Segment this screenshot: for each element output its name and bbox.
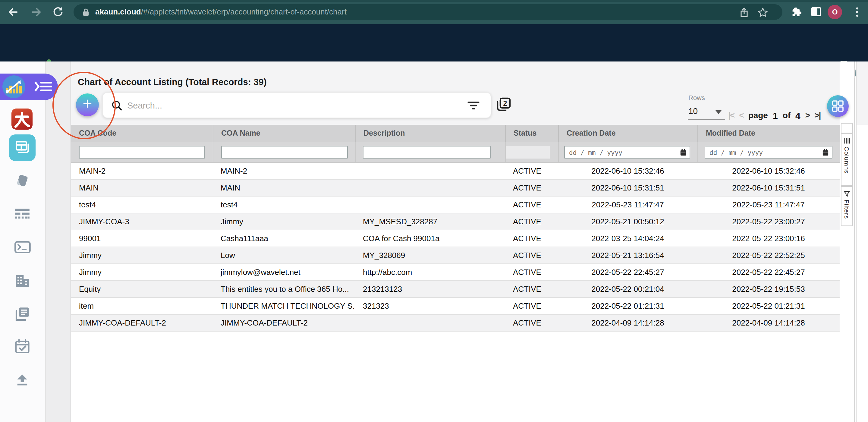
lock-icon (83, 8, 89, 16)
cell-coa-name: test4 (213, 197, 355, 213)
duplicate-view-icon[interactable]: 2 (495, 97, 511, 113)
cell-coa-code: 99001 (71, 230, 213, 247)
sidebar-item-upload[interactable] (14, 372, 30, 388)
filters-tab-label: Filters (843, 200, 850, 219)
sidebar-item-documents[interactable] (14, 306, 30, 322)
total-pages-number: 4 (795, 110, 801, 120)
app-header: akaun (0, 24, 868, 61)
cell-modified-date: 2022-06-10 15:32:46 (698, 163, 840, 179)
url-text: akaun.cloud/#/applets/tnt/wavelet/erp/ac… (95, 4, 347, 20)
coa-name-filter-input[interactable] (221, 146, 348, 158)
cell-description: MY_328069 (355, 247, 505, 264)
sidebar-item-terminal[interactable] (14, 239, 31, 255)
column-header-status[interactable]: Status (505, 125, 558, 142)
cell-coa-name: MAIN (213, 180, 355, 196)
filter-list-icon[interactable] (467, 100, 480, 110)
bookmark-star-icon[interactable] (758, 7, 768, 18)
status-filter-select[interactable] (506, 146, 550, 158)
sidebar-item-organization[interactable] (14, 273, 30, 289)
table-row[interactable]: 99001 Casha111aaa COA for Cash 99001a AC… (71, 230, 840, 247)
last-page-button[interactable]: >| (814, 110, 820, 120)
reload-icon[interactable] (52, 6, 64, 18)
column-header-creation-date[interactable]: Creation Date (558, 125, 698, 142)
cell-coa-code: MAIN (71, 180, 213, 196)
table-row[interactable]: Jimmy Low MY_328069 ACTIVE 2022-05-21 13… (71, 247, 840, 264)
share-icon[interactable] (740, 7, 749, 18)
table-row[interactable]: Equity This entitles you to a Office 365… (71, 281, 840, 298)
table-row[interactable]: MAIN-2 MAIN-2 ACTIVE 2022-06-10 15:32:46… (71, 163, 840, 180)
sidebar-item-listing-applet[interactable] (9, 134, 36, 161)
collapse-menu-icon (34, 80, 53, 93)
sidebar-item-dai-applet[interactable] (11, 109, 33, 130)
cell-coa-name: MAIN-2 (213, 163, 355, 179)
chart-applet-icon (2, 76, 25, 98)
cell-modified-date: 2022-06-10 15:31:51 (698, 180, 840, 196)
browser-menu-kebab-icon[interactable] (851, 6, 863, 18)
table-row[interactable]: MAIN MAIN ACTIVE 2022-06-10 15:31:51 202… (71, 180, 840, 197)
cell-description (355, 197, 505, 213)
screen: akaun.cloud/#/applets/tnt/wavelet/erp/ac… (0, 0, 868, 422)
cell-coa-name: Casha111aaa (213, 230, 355, 247)
table-body: MAIN-2 MAIN-2 ACTIVE 2022-06-10 15:32:46… (71, 163, 840, 332)
cell-modified-date: 2022-05-22 19:15:53 (698, 281, 840, 297)
cell-description: 213213123 (355, 281, 505, 297)
search-input[interactable] (127, 100, 467, 110)
cell-description (355, 180, 505, 196)
column-header-modified-date[interactable]: Modified Date (698, 125, 840, 142)
address-bar[interactable]: akaun.cloud/#/applets/tnt/wavelet/erp/ac… (73, 4, 782, 20)
table-filter-row: dd / mm / yyyy dd / mm / yyyy (71, 142, 840, 163)
search-bar (102, 92, 491, 118)
sidebar-item-styles[interactable] (14, 173, 30, 189)
prev-page-button[interactable]: < (739, 110, 743, 120)
cell-modified-date: 2022-04-09 14:14:28 (698, 315, 840, 331)
cell-creation-date: 2022-06-10 15:31:51 (558, 180, 698, 196)
extensions-puzzle-icon[interactable] (792, 6, 803, 18)
column-header-description[interactable]: Description (355, 125, 505, 142)
column-header-coa-name[interactable]: COA Name (213, 125, 355, 142)
cell-coa-name: Jimmy (213, 213, 355, 230)
applet-drawer-toggle[interactable] (0, 73, 58, 100)
forward-icon[interactable] (30, 6, 42, 18)
cell-coa-name: This entitles you to a Office 365 Ho... (213, 281, 355, 297)
cell-status: ACTIVE (505, 264, 558, 280)
first-page-button[interactable]: |< (728, 110, 734, 120)
cell-status: ACTIVE (505, 315, 558, 331)
side-panel-icon[interactable] (811, 7, 822, 17)
back-icon[interactable] (7, 6, 19, 18)
view-switcher-button[interactable] (827, 95, 849, 117)
coa-code-filter-input[interactable] (79, 146, 205, 158)
url-path: /#/applets/tnt/wavelet/erp/accounting/ch… (141, 7, 347, 16)
table-row[interactable]: JIMMY-COA-DEFAULT-2 JIMMY-COA-DEFAULT-2 … (71, 315, 840, 332)
cell-status: ACTIVE (505, 230, 558, 247)
toolbar-band-right (856, 61, 868, 125)
rows-per-page-select[interactable]: 10 (688, 105, 725, 120)
cell-status: ACTIVE (505, 213, 558, 230)
table-row[interactable]: test4 test4 ACTIVE 2022-05-23 11:47:47 2… (71, 197, 840, 213)
modified-date-filter-input[interactable]: dd / mm / yyyy (705, 146, 832, 158)
cell-description: MY_MSESD_328287 (355, 213, 505, 230)
cell-coa-name: JIMMY-COA-DEFAULT-2 (213, 315, 355, 331)
filter-funnel-icon (843, 190, 850, 197)
filters-panel-tab[interactable]: Filters (841, 186, 853, 226)
table-header-row: COA Code COA Name Description Status Cre… (71, 125, 840, 142)
svg-text:2: 2 (503, 99, 507, 107)
cell-coa-code: test4 (71, 197, 213, 213)
next-page-button[interactable]: > (805, 110, 809, 120)
rows-per-page-label: Rows (688, 94, 705, 101)
creation-date-filter-input[interactable]: dd / mm / yyyy (564, 146, 690, 158)
sidebar-item-data-list[interactable] (14, 207, 30, 222)
cell-status: ACTIVE (505, 247, 558, 264)
table-row[interactable]: item THUNDER MATCH TECHNOLOGY S... 32132… (71, 298, 840, 315)
cell-description (355, 163, 505, 179)
chevron-down-icon (715, 110, 721, 114)
columns-panel-tab[interactable]: Columns (841, 133, 853, 186)
coa-table: COA Code COA Name Description Status Cre… (71, 125, 840, 332)
table-row[interactable]: Jimmy jimmylow@wavelet.net http://abc.co… (71, 264, 840, 281)
browser-profile-badge[interactable]: O (828, 5, 842, 19)
cell-creation-date: 2022-04-09 14:14:28 (558, 315, 698, 331)
description-filter-input[interactable] (363, 146, 491, 158)
sidebar-item-schedule[interactable] (14, 339, 30, 355)
cell-creation-date: 2022-06-10 15:32:46 (558, 163, 698, 179)
cell-creation-date: 2022-03-25 14:04:24 (558, 230, 698, 247)
table-row[interactable]: JIMMY-COA-3 Jimmy MY_MSESD_328287 ACTIVE… (71, 213, 840, 230)
